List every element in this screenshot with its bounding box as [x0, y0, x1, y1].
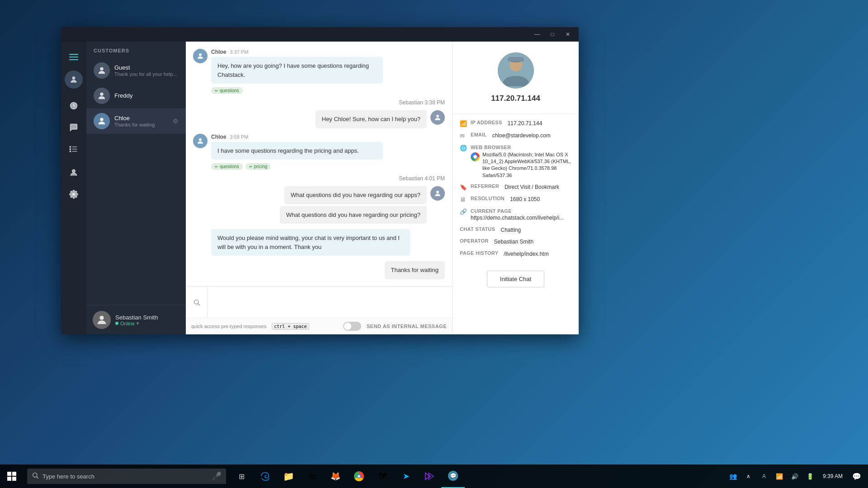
internal-message-label: SEND AS INTERNAL MESSAGE: [367, 324, 447, 329]
maps-icon: 🗺: [377, 471, 388, 482]
vs-icon: [424, 471, 435, 482]
referrer-value: Direct Visit / Bookmark: [505, 183, 559, 191]
taskbar-search[interactable]: Type here to search 🎤: [27, 469, 226, 484]
svg-rect-0: [69, 54, 78, 55]
chat-messages[interactable]: Chloe 3:37 PM Hey, how are you going? I …: [186, 42, 452, 286]
status-chevron[interactable]: ▾: [137, 321, 139, 326]
tray-network-icon[interactable]: 📶: [773, 470, 786, 483]
taskbar-app-maps[interactable]: 🗺: [371, 465, 394, 488]
browser-content: WEB BROWSER Mozilla/5.0 (Macintosh; Inte…: [471, 144, 571, 179]
info-field-resolution: 🖥 RESOLUTION 1680 x 1050: [460, 196, 571, 203]
taskbar-clock[interactable]: 9:39 AM: [819, 473, 846, 480]
referrer-icon: 🔖: [460, 184, 467, 191]
user-avatar-icon[interactable]: [65, 70, 83, 89]
tray-people-icon[interactable]: 👥: [727, 470, 740, 483]
referrer-label: REFERRER: [471, 183, 499, 189]
close-button[interactable]: ✕: [561, 28, 575, 41]
taskbar-app-flow[interactable]: ➤: [394, 465, 418, 488]
quick-access-label: quick access pre-typed responses: [191, 324, 266, 329]
svg-point-16: [99, 316, 104, 320]
customer-item-freddy[interactable]: Freddy: [86, 83, 186, 108]
msg-row-incoming-3: Chloe 3:58 PM I have some questions rega…: [193, 134, 445, 160]
outgoing-header-2: Sebastian 3:38 PM: [399, 99, 445, 106]
taskbar-app-vs[interactable]: [418, 465, 441, 488]
msg-group-4: Sebastian 4:01 PM What questions did you…: [193, 175, 445, 224]
task-view-icon: ⊞: [236, 471, 247, 482]
svg-point-10: [70, 151, 71, 152]
desktop: — □ ✕: [0, 0, 868, 488]
msg-row-incoming-1: Chloe 3:37 PM Hey, how are you going? I …: [193, 49, 445, 84]
list-icon[interactable]: [64, 139, 84, 159]
email-icon: ✉: [460, 132, 467, 139]
info-field-referrer: 🔖 REFERRER Direct Visit / Bookmark: [460, 183, 571, 191]
explorer-icon: 📁: [283, 471, 294, 482]
user-avatar: [93, 311, 111, 329]
customer-avatar-chloe: [94, 113, 110, 129]
app-body: CUSTOMERS Guest Thank you for all your h…: [61, 42, 579, 334]
taskbar-app-store[interactable]: 🛍: [300, 465, 324, 488]
tray-expand-icon[interactable]: ∧: [742, 470, 755, 483]
msg-bubble-5: Would you please mind waiting, your chat…: [211, 229, 410, 256]
customer-preview-guest: Thank you for all your help...: [114, 71, 179, 77]
taskbar-search-text: Type here to search: [42, 473, 94, 480]
notification-button[interactable]: 💬: [849, 465, 864, 488]
internal-message-toggle[interactable]: [343, 322, 361, 331]
msg-row-outgoing-6: Thanks for waiting: [385, 261, 445, 279]
customer-item-chloe[interactable]: Chloe Thanks for waiting ⚙: [86, 108, 186, 134]
resolution-value: 1680 x 1050: [510, 196, 540, 203]
info-user-avatar: [498, 52, 534, 89]
svg-point-22: [194, 300, 198, 304]
msg-tags-3: questions pricing: [211, 163, 445, 170]
info-field-browser: 🌐 WEB BROWSER Mozilla/5.0 (Macintosh; In…: [460, 144, 571, 179]
tray-volume-icon[interactable]: 🔊: [788, 470, 801, 483]
taskbar-app-chrome[interactable]: [347, 465, 371, 488]
svg-point-20: [436, 191, 439, 193]
taskbar-app-edge[interactable]: [253, 465, 277, 488]
contacts-icon[interactable]: [64, 163, 84, 183]
chat-input-area: quick access pre-typed responses ctrl + …: [186, 286, 452, 334]
msg-header-3: Chloe 3:58 PM: [211, 134, 445, 140]
tray-ime-icon[interactable]: A: [758, 470, 770, 483]
customers-header: CUSTOMERS: [86, 42, 186, 58]
svg-rect-1: [69, 56, 78, 57]
msg-bubble-4a: What questions did you have regarding ou…: [284, 186, 427, 204]
svg-point-14: [100, 93, 103, 96]
quick-access-shortcut: ctrl + space: [272, 323, 309, 330]
customer-avatar-freddy: [94, 88, 110, 104]
chat-icon[interactable]: [64, 117, 84, 137]
browser-label: WEB BROWSER: [471, 145, 511, 150]
sidebar-menu-icon[interactable]: [64, 47, 84, 67]
history-icon[interactable]: [64, 96, 84, 116]
operator-value: Sebastian Smith: [494, 238, 533, 246]
windows-icon: [7, 472, 16, 481]
customer-gear-chloe[interactable]: ⚙: [173, 117, 179, 125]
chat-search-button[interactable]: [186, 286, 208, 318]
info-field-page-history: PAGE HISTORY /livehelp/index.htm: [460, 250, 571, 258]
tray-battery-icon[interactable]: 🔋: [804, 470, 816, 483]
chat-input[interactable]: [208, 286, 452, 318]
initiate-chat-button[interactable]: Initiate Chat: [487, 271, 544, 287]
svg-point-28: [33, 473, 37, 477]
msg-group-6: Thanks for waiting: [193, 261, 445, 279]
settings-icon[interactable]: [64, 184, 84, 204]
taskbar-app-explorer[interactable]: 📁: [277, 465, 300, 488]
operator-label: OPERATOR: [460, 238, 489, 244]
maximize-button[interactable]: □: [545, 28, 560, 41]
msg-time-2: 3:38 PM: [425, 99, 445, 106]
info-fields: 📶 IP ADDRESS 117.20.71.144 ✉ EMAIL chloe…: [453, 114, 579, 263]
chat-input-row: [186, 286, 452, 318]
info-avatar-section: 117.20.71.144: [453, 42, 579, 114]
ip-label: IP ADDRESS: [471, 120, 502, 125]
msg-row-incoming-5: Would you please mind waiting, your chat…: [193, 229, 445, 256]
taskbar-task-view[interactable]: ⊞: [230, 465, 253, 488]
msg-sender-2: Sebastian: [399, 99, 423, 106]
minimize-button[interactable]: —: [530, 28, 544, 41]
taskbar-app-chat[interactable]: 💬: [441, 465, 465, 488]
customer-info-freddy: Freddy: [114, 92, 179, 99]
store-icon: 🛍: [307, 471, 317, 482]
start-button[interactable]: [0, 465, 24, 488]
chat-status-value: Chatting: [500, 226, 521, 234]
msg-bubble-3: I have some questions regarding the pric…: [211, 142, 383, 160]
taskbar-app-firefox[interactable]: 🦊: [324, 465, 347, 488]
customer-item-guest[interactable]: Guest Thank you for all your help...: [86, 58, 186, 83]
